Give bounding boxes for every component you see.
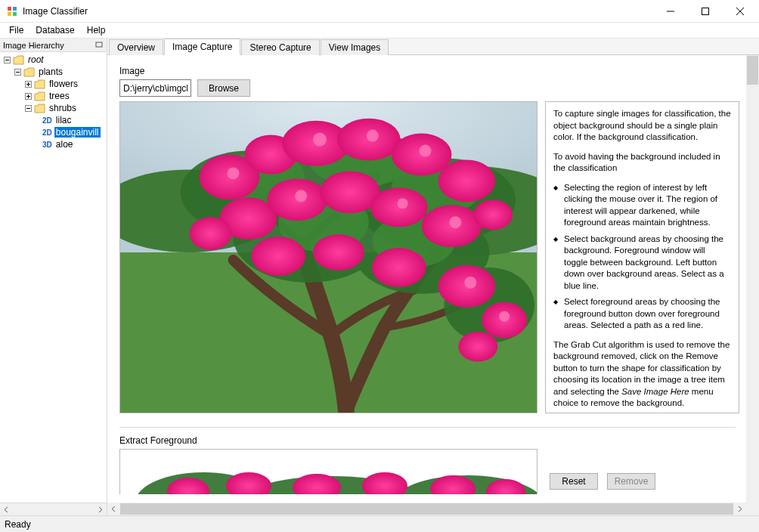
reset-button[interactable]: Reset <box>550 473 598 490</box>
tabs: Overview Image Capture Stereo Capture Vi… <box>107 39 759 55</box>
tree-label: trees <box>48 91 71 101</box>
badge-2d: 2D <box>42 116 52 125</box>
help-bullet: Selecting the region of interest by left… <box>564 182 731 229</box>
svg-point-59 <box>420 145 432 157</box>
svg-point-60 <box>295 190 307 202</box>
window-title: Image Classifier <box>23 6 653 17</box>
scroll-left-icon[interactable] <box>0 503 13 516</box>
tab-view-images[interactable]: View Images <box>321 39 389 55</box>
tree-label: aloe <box>54 139 75 150</box>
scroll-right-icon[interactable] <box>733 503 746 515</box>
browse-button[interactable]: Browse <box>197 79 250 97</box>
image-path-input[interactable] <box>119 79 191 97</box>
tree-node-flowers[interactable]: flowers <box>0 78 107 90</box>
vscrollbar[interactable] <box>746 55 759 503</box>
hscrollbar[interactable] <box>107 503 746 515</box>
tree-label: bougainvill <box>54 127 101 138</box>
tree-label: lilac <box>54 115 73 125</box>
help-bullet: Select background areas by choosing the … <box>564 234 731 292</box>
svg-point-58 <box>367 130 379 142</box>
tree-node-bougainvillea[interactable]: 2D bougainvill <box>0 126 107 138</box>
svg-point-53 <box>458 332 497 362</box>
help-panel: To capture single images for classificat… <box>545 101 739 413</box>
svg-point-61 <box>398 198 408 209</box>
tree-node-root[interactable]: root <box>0 54 107 66</box>
svg-rect-3 <box>13 12 17 16</box>
tree[interactable]: root plants flowers trees shrubs <box>0 52 107 503</box>
help-bullet: Select foreground areas by choosing the … <box>564 296 731 332</box>
extract-section-label: Extract Foreground <box>119 435 759 446</box>
close-button[interactable] <box>723 0 757 23</box>
hscroll-thumb[interactable] <box>120 503 733 515</box>
maximize-button[interactable] <box>688 0 723 23</box>
sidebar-hscroll[interactable] <box>0 503 107 515</box>
tree-node-lilac[interactable]: 2D lilac <box>0 114 107 126</box>
svg-point-64 <box>499 311 510 322</box>
menu-file[interactable]: File <box>3 23 29 37</box>
minimize-button[interactable] <box>653 0 688 23</box>
tree-node-aloe[interactable]: 3D aloe <box>0 138 107 150</box>
tree-node-shrubs[interactable]: shrubs <box>0 102 107 114</box>
tree-label: flowers <box>48 79 79 89</box>
svg-rect-2 <box>8 12 11 16</box>
svg-rect-5 <box>702 8 709 14</box>
main: Overview Image Capture Stereo Capture Vi… <box>107 39 759 515</box>
svg-point-46 <box>370 187 428 227</box>
svg-point-63 <box>464 277 476 289</box>
content: Image Browse <box>107 55 759 515</box>
svg-point-48 <box>251 237 305 276</box>
folder-icon <box>13 55 24 65</box>
tab-overview[interactable]: Overview <box>109 39 163 55</box>
collapse-icon[interactable] <box>3 56 11 64</box>
svg-rect-0 <box>8 7 11 11</box>
extract-row: Reset Remove <box>119 449 759 494</box>
svg-point-57 <box>313 133 327 147</box>
remove-button[interactable]: Remove <box>607 473 655 490</box>
help-p3: The Grab Cut algorithm is used to remove… <box>553 339 731 410</box>
menubar: File Database Help <box>0 23 759 39</box>
pin-icon[interactable] <box>94 41 104 50</box>
workspace: Image Hierarchy root plants flowers <box>0 39 759 515</box>
path-row: Browse <box>119 79 759 97</box>
scroll-left-icon[interactable] <box>107 503 120 515</box>
expand-icon[interactable] <box>24 92 33 101</box>
collapse-icon[interactable] <box>24 104 33 113</box>
extract-preview[interactable] <box>119 449 537 494</box>
statusbar: Ready <box>0 515 759 532</box>
tree-node-plants[interactable]: plants <box>0 66 107 78</box>
svg-point-54 <box>190 217 232 250</box>
content-wrap: Image Browse <box>107 55 759 515</box>
badge-2d: 2D <box>42 128 52 137</box>
scroll-corner <box>746 503 759 515</box>
app-icon <box>6 5 18 17</box>
tree-node-trees[interactable]: trees <box>0 90 107 102</box>
image-preview[interactable] <box>119 101 537 413</box>
folder-icon <box>23 67 35 77</box>
image-row: To capture single images for classificat… <box>119 101 759 413</box>
divider <box>119 427 736 428</box>
help-p2: To avoid having the background included … <box>553 151 731 175</box>
menu-help[interactable]: Help <box>81 23 112 37</box>
badge-3d: 3D <box>42 141 52 149</box>
tree-label: shrubs <box>48 103 78 113</box>
action-buttons: Reset Remove <box>550 473 655 490</box>
tree-label: root <box>26 54 45 65</box>
folder-icon <box>34 104 45 113</box>
sidebar-header: Image Hierarchy <box>0 39 107 52</box>
folder-icon <box>34 79 45 89</box>
image-section-label: Image <box>119 66 759 76</box>
expand-icon[interactable] <box>24 80 33 88</box>
vscroll-thumb[interactable] <box>747 56 758 85</box>
help-p1: To capture single images for classificat… <box>553 108 731 144</box>
svg-point-49 <box>313 234 364 271</box>
tree-label: plants <box>37 66 64 77</box>
menu-database[interactable]: Database <box>29 23 80 37</box>
scroll-right-icon[interactable] <box>94 503 107 516</box>
titlebar: Image Classifier <box>0 0 759 23</box>
collapse-icon[interactable] <box>14 68 22 76</box>
tab-stereo-capture[interactable]: Stereo Capture <box>241 39 319 55</box>
tab-image-capture[interactable]: Image Capture <box>164 39 240 55</box>
sidebar-title: Image Hierarchy <box>3 41 64 50</box>
svg-point-62 <box>449 216 461 228</box>
folder-icon <box>34 91 45 101</box>
